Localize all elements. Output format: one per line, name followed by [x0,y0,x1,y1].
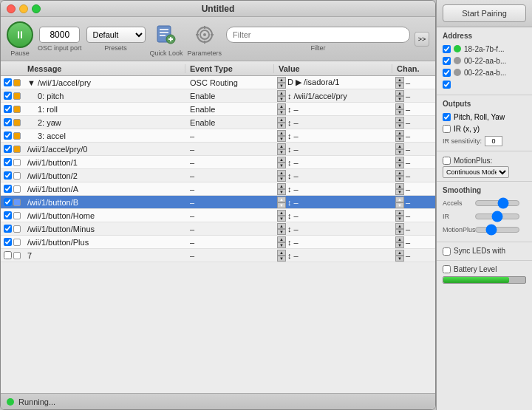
row-checkbox[interactable] [4,198,12,206]
chan-stepper[interactable]: ▲▼ [395,236,404,248]
chan-stepper[interactable]: ▲▼ [395,103,404,115]
stepper-up[interactable]: ▲ [277,210,286,216]
close-button[interactable] [7,4,16,13]
chan-stepper[interactable]: ▲▼ [395,223,404,235]
row-stepper[interactable]: ▲▼ [277,250,286,262]
row-checkbox[interactable] [4,92,12,100]
stepper-down[interactable]: ▼ [277,242,286,248]
row-stepper[interactable]: ▲▼ [277,210,286,222]
row-stepper[interactable]: ▲▼ [277,170,286,182]
motionplus-checkbox[interactable] [443,157,451,165]
chan-stepper-up[interactable]: ▲ [395,77,404,83]
address-checkbox-0[interactable] [443,45,451,53]
stepper-up[interactable]: ▲ [277,250,286,256]
quicklook-button[interactable] [153,21,180,48]
row-checkbox[interactable] [4,238,12,246]
stepper-up[interactable]: ▲ [277,183,286,189]
row-checkbox[interactable] [4,131,12,140]
row-stepper[interactable]: ▲▼ [277,90,286,102]
chan-stepper[interactable]: ▲▼ [395,130,404,142]
battery-checkbox[interactable] [443,265,451,273]
chan-stepper-down[interactable]: ▼ [395,123,404,129]
chan-stepper[interactable]: ▲▼ [395,170,404,182]
row-checkbox[interactable] [4,158,12,166]
filter-input[interactable] [226,27,410,43]
address-checkbox-2[interactable] [443,69,451,77]
chan-stepper-up[interactable]: ▲ [395,90,404,96]
chan-stepper-down[interactable]: ▼ [395,242,404,248]
row-checkbox[interactable] [4,105,12,113]
stepper-down[interactable]: ▼ [277,256,286,262]
row-checkbox[interactable] [4,171,12,180]
table-row[interactable]: /wii/1/button/B–▲▼↕ –▲▼– [1,196,435,209]
stepper-down[interactable]: ▼ [277,229,286,235]
table-row[interactable]: /wii/1/accel/pry/0–▲▼↕ –▲▼– [1,143,435,156]
output-checkbox-0[interactable] [443,113,451,121]
address-checkbox-1[interactable] [443,57,451,65]
chan-stepper-up[interactable]: ▲ [395,183,404,189]
row-checkbox[interactable] [4,225,12,233]
stepper-up[interactable]: ▲ [277,130,286,136]
ir-sensitivity-input[interactable] [485,136,502,146]
row-stepper[interactable]: ▲▼ [277,130,286,142]
table-row[interactable]: 1: rollEnable▲▼↕ –▲▼– [1,103,435,116]
chan-stepper[interactable]: ▲▼ [395,77,404,89]
stepper-down[interactable]: ▼ [277,83,286,89]
stepper-down[interactable]: ▼ [277,109,286,115]
chan-stepper[interactable]: ▲▼ [395,197,404,208]
chan-stepper-down[interactable]: ▼ [395,176,404,182]
chan-stepper-down[interactable]: ▼ [395,109,404,115]
stepper-down[interactable]: ▼ [277,136,286,142]
smoothing-motionplus-slider[interactable] [475,227,519,233]
chan-stepper-up[interactable]: ▲ [395,250,404,256]
minimize-button[interactable] [19,4,28,13]
smoothing-ir-slider[interactable] [475,213,519,219]
quicklook-group[interactable]: Quick Look [150,21,183,57]
row-stepper[interactable]: ▲▼ [277,223,286,235]
stepper-up[interactable]: ▲ [277,157,286,163]
chan-stepper[interactable]: ▲▼ [395,90,404,102]
chan-stepper-down[interactable]: ▼ [395,256,404,262]
row-stepper[interactable]: ▲▼ [277,236,286,248]
row-stepper[interactable]: ▲▼ [277,143,286,155]
table-row[interactable]: 3: accel–▲▼↕ –▲▼– [1,129,435,143]
row-stepper[interactable]: ▲▼ [277,103,286,115]
table-row[interactable]: /wii/1/button/1–▲▼↕ –▲▼– [1,156,435,169]
stepper-up[interactable]: ▲ [277,170,286,176]
stepper-down[interactable]: ▼ [277,189,286,195]
chan-stepper-up[interactable]: ▲ [395,143,404,149]
parameters-button[interactable] [191,21,218,48]
stepper-down[interactable]: ▼ [277,96,286,102]
stepper-down[interactable]: ▼ [277,176,286,182]
chan-stepper[interactable]: ▲▼ [395,210,404,222]
stepper-up[interactable]: ▲ [277,236,286,242]
chan-stepper-up[interactable]: ▲ [395,103,404,109]
row-checkbox[interactable] [4,78,12,86]
table-row[interactable]: ▼ /wii/1/accel/pryOSC Routing▲▼D ▶ /isad… [1,76,435,89]
overflow-button[interactable]: >> [415,32,429,47]
chan-stepper-up[interactable]: ▲ [395,210,404,216]
stepper-down[interactable]: ▼ [277,149,286,155]
table-row[interactable]: /wii/1/button/A–▲▼↕ –▲▼– [1,182,435,196]
stepper-down[interactable]: ▼ [277,202,286,208]
start-pairing-button[interactable]: Start Pairing [443,4,526,22]
motionplus-mode-select[interactable]: Continuous Mode [443,166,509,178]
parameters-group[interactable]: Parameters [188,21,222,57]
chan-stepper-up[interactable]: ▲ [395,117,404,123]
chan-stepper-up[interactable]: ▲ [395,130,404,136]
table-row[interactable]: 2: yawEnable▲▼↕ –▲▼– [1,116,435,129]
chan-stepper-down[interactable]: ▼ [395,136,404,142]
row-stepper[interactable]: ▲▼ [277,77,286,89]
table-row[interactable]: 7–▲▼↕ –▲▼– [1,249,435,262]
stepper-up[interactable]: ▲ [277,117,286,123]
stepper-up[interactable]: ▲ [277,143,286,149]
table-row[interactable]: /wii/1/button/Plus–▲▼↕ –▲▼– [1,236,435,249]
chan-stepper-up[interactable]: ▲ [395,223,404,229]
stepper-down[interactable]: ▼ [277,163,286,168]
chan-stepper-down[interactable]: ▼ [395,163,404,168]
stepper-up[interactable]: ▲ [277,103,286,109]
row-checkbox[interactable] [4,251,12,259]
chan-stepper-up[interactable]: ▲ [395,197,404,202]
chan-stepper-down[interactable]: ▼ [395,83,404,89]
chan-stepper[interactable]: ▲▼ [395,157,404,168]
